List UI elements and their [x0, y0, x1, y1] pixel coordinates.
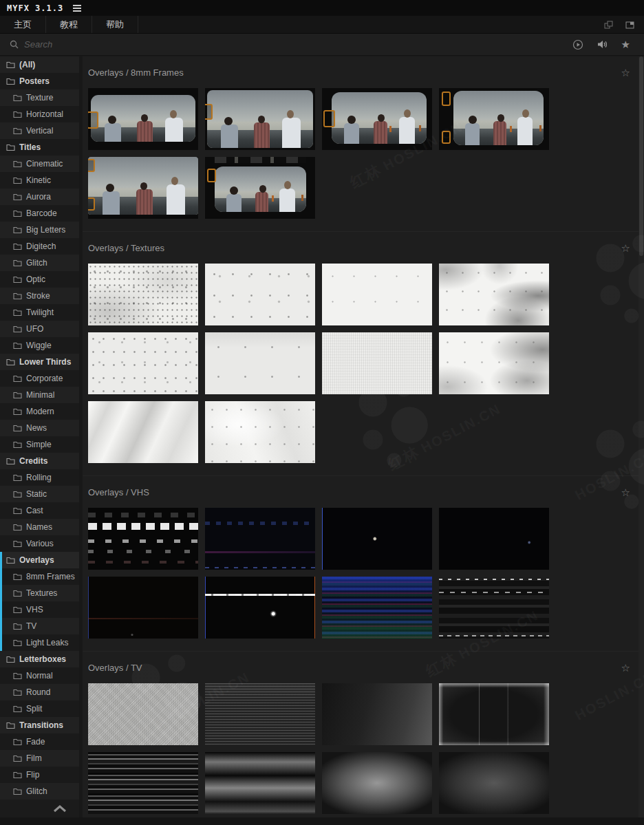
sidebar-item-big-letters[interactable]: Big Letters [0, 222, 79, 238]
thumbnail-vhs-5[interactable] [88, 577, 198, 639]
sidebar-item-split[interactable]: Split [0, 700, 79, 717]
sidebar-item-flip[interactable]: Flip [0, 767, 79, 783]
thumbnail-8mm-frames-2[interactable] [205, 88, 315, 150]
sidebar-item-vhs[interactable]: VHS [0, 601, 79, 618]
favorites-filter-star-icon[interactable]: ★ [621, 39, 630, 50]
thumbnail-tv-1[interactable] [88, 683, 198, 745]
sidebar-item-letterboxes[interactable]: Letterboxes [0, 651, 79, 667]
sidebar-item-credits[interactable]: Credits [0, 453, 79, 469]
window-restore-icon[interactable] [604, 21, 613, 29]
sidebar-item-titles[interactable]: Titles [0, 139, 79, 156]
thumbnail-vhs-2[interactable] [205, 508, 315, 570]
thumbnail-vhs-7[interactable] [322, 577, 432, 639]
sidebar-item-glitch-title[interactable]: Glitch [0, 255, 79, 271]
thumbnail-tv-8[interactable] [439, 752, 549, 814]
thumbnail-8mm-frames-6[interactable] [205, 157, 315, 219]
thumbnail-tv-4[interactable] [439, 683, 549, 745]
thumbnail-tv-7[interactable] [322, 752, 432, 814]
sidebar-item-overlays[interactable]: Overlays [0, 552, 79, 568]
sidebar-item-all[interactable]: (All) [0, 56, 79, 73]
sidebar-item-corporate[interactable]: Corporate [0, 370, 79, 387]
preview-play-icon[interactable] [572, 39, 583, 50]
sidebar-item-horizontal[interactable]: Horizontal [0, 106, 79, 122]
thumbnail-tv-5[interactable] [88, 752, 198, 814]
thumbnail-textures-8[interactable] [439, 332, 549, 394]
sidebar-item-transitions[interactable]: Transitions [0, 717, 79, 733]
thumbnail-vhs-3[interactable] [322, 508, 432, 570]
thumbnail-textures-1[interactable] [88, 264, 198, 325]
folder-icon [6, 61, 15, 69]
sidebar-item-cast[interactable]: Cast [0, 502, 79, 519]
hamburger-menu-icon[interactable] [73, 5, 81, 11]
sidebar-item-wiggle[interactable]: Wiggle [0, 337, 79, 354]
thumbnail-8mm-frames-5[interactable] [88, 157, 198, 219]
sidebar-item-8mm-frames[interactable]: 8mm Frames [0, 568, 79, 585]
thumbnail-tv-2[interactable] [205, 683, 315, 745]
sidebar-item-tv[interactable]: TV [0, 618, 79, 634]
sidebar-item-cinematic[interactable]: Cinematic [0, 156, 79, 172]
sidebar-item-vertical[interactable]: Vertical [0, 122, 79, 139]
sidebar-item-modern[interactable]: Modern [0, 403, 79, 420]
menu-item-tutorials[interactable]: 教程 [46, 16, 92, 33]
thumbnail-textures-3[interactable] [322, 264, 432, 325]
sidebar-item-fade[interactable]: Fade [0, 733, 79, 750]
sidebar-item-digitech[interactable]: Digitech [0, 238, 79, 255]
thumbnail-textures-7[interactable] [322, 332, 432, 394]
scrollbar-thumb[interactable] [639, 56, 643, 256]
sidebar-item-twilight[interactable]: Twilight [0, 304, 79, 321]
preset-browser: Overlays / 8mm Frames☆Overlays / Texture… [83, 56, 644, 817]
panel-layout-icon[interactable] [625, 21, 634, 29]
sidebar-item-kinetic[interactable]: Kinetic [0, 172, 79, 189]
sidebar-item-texture[interactable]: Texture [0, 89, 79, 106]
folder-icon [13, 441, 22, 449]
menu-item-help[interactable]: 帮助 [92, 16, 138, 33]
thumbnail-vhs-1[interactable] [88, 508, 198, 570]
sidebar-item-ufo[interactable]: UFO [0, 321, 79, 337]
thumbnail-textures-9[interactable] [88, 401, 198, 463]
sidebar-item-round[interactable]: Round [0, 684, 79, 700]
thumbnail-8mm-frames-1[interactable] [88, 88, 198, 150]
thumbnail-vhs-4[interactable] [439, 508, 549, 570]
sidebar-item-news[interactable]: News [0, 420, 79, 436]
folder-icon [13, 573, 22, 581]
sidebar-item-minimal[interactable]: Minimal [0, 387, 79, 403]
folder-icon [6, 358, 15, 366]
sidebar-item-film[interactable]: Film [0, 750, 79, 767]
thumbnail-tv-6[interactable] [205, 752, 315, 814]
sidebar-item-various[interactable]: Various [0, 535, 79, 552]
favorite-star-icon[interactable]: ☆ [621, 487, 630, 497]
sidebar-item-barcode[interactable]: Barcode [0, 205, 79, 222]
sidebar-item-posters[interactable]: Posters [0, 73, 79, 89]
thumbnail-textures-4[interactable] [439, 264, 549, 325]
sidebar-item-light-leaks[interactable]: Light Leaks [0, 634, 79, 651]
thumbnail-vhs-8[interactable] [439, 577, 549, 639]
sidebar-item-static[interactable]: Static [0, 486, 79, 502]
favorite-star-icon[interactable]: ☆ [621, 243, 630, 253]
menu-item-home[interactable]: 主页 [0, 16, 46, 33]
sidebar-item-textures[interactable]: Textures [0, 585, 79, 601]
thumbnail-8mm-frames-4[interactable] [439, 88, 549, 150]
sidebar-item-optic[interactable]: Optic [0, 271, 79, 288]
sidebar-item-lower-thirds[interactable]: Lower Thirds [0, 354, 79, 370]
sidebar-item-glitch-transition[interactable]: Glitch [0, 783, 79, 800]
thumbnail-textures-10[interactable] [205, 401, 315, 463]
thumbnail-textures-2[interactable] [205, 264, 315, 325]
favorite-star-icon[interactable]: ☆ [621, 663, 630, 673]
thumbnail-8mm-frames-3[interactable] [322, 88, 432, 150]
thumbnail-tv-3[interactable] [322, 683, 432, 745]
thumbnail-vhs-6[interactable] [205, 577, 315, 639]
volume-icon[interactable] [597, 39, 608, 50]
sidebar-item-stroke[interactable]: Stroke [0, 288, 79, 304]
favorite-star-icon[interactable]: ☆ [621, 67, 630, 78]
sidebar-item-simple[interactable]: Simple [0, 436, 79, 453]
chevron-up-icon[interactable] [53, 804, 67, 813]
thumbnail-textures-6[interactable] [205, 332, 315, 394]
section-title: Overlays / Textures [88, 243, 164, 253]
thumbnail-textures-5[interactable] [88, 332, 198, 394]
sidebar-item-names[interactable]: Names [0, 519, 79, 535]
sidebar-item-rolling[interactable]: Rolling [0, 469, 79, 486]
search-input[interactable] [24, 39, 230, 50]
sidebar-item-aurora[interactable]: Aurora [0, 189, 79, 205]
scrollbar-track[interactable] [638, 56, 644, 817]
sidebar-item-normal[interactable]: Normal [0, 667, 79, 684]
